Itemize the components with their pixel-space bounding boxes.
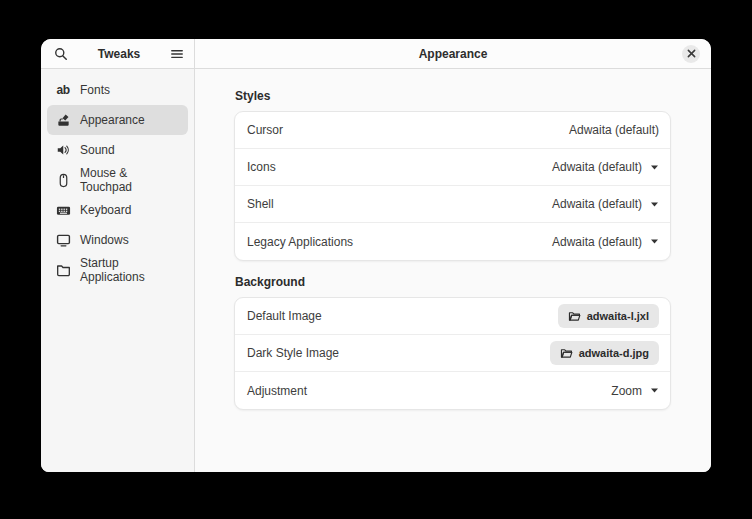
sound-icon <box>55 142 71 158</box>
row-dark-style-image: Dark Style Image adwaita-d.jpg <box>235 335 670 372</box>
sidebar-item-label: Windows <box>80 233 129 247</box>
sidebar-item-label: Sound <box>80 143 115 157</box>
styles-section: Styles Cursor Adwaita (default) Icons Ad… <box>234 89 671 261</box>
main-headerbar: Appearance <box>195 39 711 68</box>
shell-dropdown[interactable]: Adwaita (default) <box>552 197 659 211</box>
section-title-background: Background <box>235 275 671 289</box>
sidebar-item-keyboard[interactable]: Keyboard <box>47 195 188 225</box>
sidebar-item-label: Mouse & Touchpad <box>80 166 180 194</box>
titlebar: Tweaks Appearance <box>41 39 711 69</box>
row-cursor: Cursor Adwaita (default) <box>235 112 670 149</box>
sidebar-item-label: Startup Applications <box>80 256 180 284</box>
sidebar-item-label: Keyboard <box>80 203 131 217</box>
close-button[interactable] <box>682 45 700 63</box>
background-section: Background Default Image adwaita-l.jxl D… <box>234 275 671 410</box>
sidebar-item-fonts[interactable]: ab Fonts <box>47 75 188 105</box>
hamburger-icon <box>170 47 184 61</box>
cursor-value: Adwaita (default) <box>569 123 659 137</box>
icons-dropdown[interactable]: Adwaita (default) <box>552 160 659 174</box>
default-image-file-button[interactable]: adwaita-l.jxl <box>558 304 659 328</box>
mouse-icon <box>55 172 71 188</box>
sidebar-headerbar: Tweaks <box>41 39 195 68</box>
dark-style-image-file-button[interactable]: adwaita-d.jpg <box>550 341 659 365</box>
chevron-down-icon <box>650 387 659 394</box>
adjustment-dropdown[interactable]: Zoom <box>611 384 659 398</box>
file-button-label: adwaita-d.jpg <box>579 347 649 359</box>
sidebar-item-label: Appearance <box>80 113 145 127</box>
folder-open-icon <box>560 347 573 360</box>
row-shell: Shell Adwaita (default) <box>235 186 670 223</box>
windows-icon <box>55 232 71 248</box>
sidebar-item-sound[interactable]: Sound <box>47 135 188 165</box>
file-button-label: adwaita-l.jxl <box>587 310 649 322</box>
folder-icon <box>55 262 71 278</box>
sidebar-item-startup-applications[interactable]: Startup Applications <box>47 255 188 285</box>
sidebar-title: Tweaks <box>68 47 170 61</box>
page-title: Appearance <box>419 47 488 61</box>
folder-open-icon <box>568 310 581 323</box>
background-card: Default Image adwaita-l.jxl Dark Style I… <box>234 297 671 410</box>
sidebar-item-mouse-touchpad[interactable]: Mouse & Touchpad <box>47 165 188 195</box>
chevron-down-icon <box>650 238 659 245</box>
fonts-icon: ab <box>55 82 71 98</box>
tweaks-window: Tweaks Appearance ab Fonts <box>41 39 711 472</box>
styles-card: Cursor Adwaita (default) Icons Adwaita (… <box>234 111 671 261</box>
appearance-icon <box>55 112 71 128</box>
sidebar-item-windows[interactable]: Windows <box>47 225 188 255</box>
search-icon <box>54 47 68 61</box>
sidebar-item-appearance[interactable]: Appearance <box>47 105 188 135</box>
section-title-styles: Styles <box>235 89 671 103</box>
app-body: ab Fonts Appearance Sound Mouse & Touch <box>41 69 711 472</box>
row-adjustment: Adjustment Zoom <box>235 372 670 409</box>
sidebar-item-label: Fonts <box>80 83 110 97</box>
row-icons: Icons Adwaita (default) <box>235 149 670 186</box>
sidebar: ab Fonts Appearance Sound Mouse & Touch <box>41 69 195 472</box>
legacy-applications-dropdown[interactable]: Adwaita (default) <box>552 235 659 249</box>
chevron-down-icon <box>650 201 659 208</box>
row-default-image: Default Image adwaita-l.jxl <box>235 298 670 335</box>
row-legacy-applications: Legacy Applications Adwaita (default) <box>235 223 670 260</box>
chevron-down-icon <box>650 164 659 171</box>
menu-button[interactable] <box>170 47 184 61</box>
search-button[interactable] <box>54 47 68 61</box>
close-icon <box>687 49 696 58</box>
appearance-panel: Styles Cursor Adwaita (default) Icons Ad… <box>195 69 711 472</box>
keyboard-icon <box>55 202 71 218</box>
